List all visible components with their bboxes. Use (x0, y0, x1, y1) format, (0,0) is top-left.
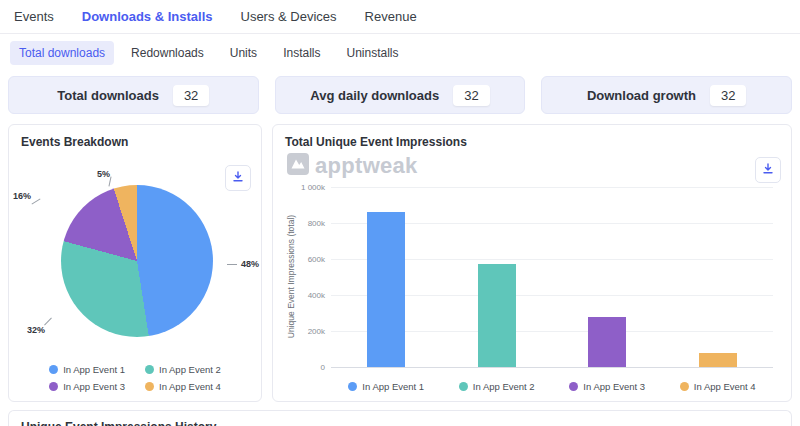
charts-row: Events Breakdown 48% 32% 16% 5% In App E… (8, 124, 792, 402)
pie-leader-line (227, 264, 237, 265)
stat-card-total-downloads: Total downloads 32 (8, 76, 259, 114)
legend-label: In App Event 2 (159, 364, 221, 375)
legend-item[interactable]: In App Event 2 (459, 381, 535, 392)
download-chart-button[interactable] (225, 165, 251, 191)
y-tick-label: 0 (283, 363, 325, 372)
watermark-text: apptweak (315, 153, 418, 179)
pie-leader-line (44, 318, 52, 326)
pie-legend-dot (49, 365, 58, 374)
subtab-redownloads[interactable]: Redownloads (122, 41, 213, 65)
bar-legend-dot (348, 382, 357, 391)
pie-slice-label: 48% (241, 259, 259, 269)
nav-tab-events[interactable]: Events (14, 9, 54, 24)
subtab-uninstalls[interactable]: Uninstalls (337, 41, 407, 65)
legend-item[interactable]: In App Event 4 (145, 381, 221, 392)
pie-legend-dot (145, 382, 154, 391)
legend-label: In App Event 2 (473, 381, 535, 392)
subtab-units[interactable]: Units (221, 41, 266, 65)
pie-chart-title: Events Breakdown (9, 125, 261, 159)
bar-legend-dot (680, 382, 689, 391)
bar (699, 353, 737, 367)
y-tick-label: 800k (283, 219, 325, 228)
top-nav: Events Downloads & Installs Users & Devi… (0, 0, 800, 34)
pie-legend-dot (145, 365, 154, 374)
bar-legend: In App Event 1 In App Event 2 In App Eve… (331, 381, 773, 392)
pie-slice-label: 5% (97, 169, 110, 179)
stat-card-avg-daily-downloads: Avg daily downloads 32 (275, 76, 526, 114)
bars-container (331, 187, 773, 367)
pie-legend: In App Event 1 In App Event 2 In App Eve… (9, 364, 261, 392)
legend-item[interactable]: In App Event 4 (680, 381, 756, 392)
legend-label: In App Event 4 (159, 381, 221, 392)
stat-label: Avg daily downloads (310, 88, 439, 103)
legend-label: In App Event 4 (694, 381, 756, 392)
stat-cards-row: Total downloads 32 Avg daily downloads 3… (0, 72, 800, 116)
download-icon (762, 163, 774, 178)
subtab-installs[interactable]: Installs (274, 41, 329, 65)
bar (478, 264, 516, 368)
apptweak-watermark: apptweak (287, 153, 418, 179)
nav-tab-downloads-installs[interactable]: Downloads & Installs (82, 9, 213, 24)
stat-value: 32 (173, 85, 209, 106)
subtabs: Total downloads Redownloads Units Instal… (0, 34, 800, 72)
impressions-history-panel: Unique Event Impressions History (8, 410, 792, 426)
legend-item[interactable]: In App Event 2 (145, 364, 221, 375)
pie-legend-dot (49, 382, 58, 391)
pie-slice-label: 32% (27, 325, 45, 335)
stat-label: Download growth (587, 88, 696, 103)
unique-impressions-panel: Total Unique Event Impressions apptweak … (272, 124, 792, 402)
pie-chart (61, 185, 213, 337)
legend-label: In App Event 1 (362, 381, 424, 392)
apptweak-logo-icon (287, 153, 309, 179)
legend-item[interactable]: In App Event 3 (569, 381, 645, 392)
legend-label: In App Event 3 (63, 381, 125, 392)
history-panel-title: Unique Event Impressions History (9, 411, 791, 426)
pie-leader-line (31, 198, 40, 204)
stat-value: 32 (453, 85, 489, 106)
y-tick-label: 1 000k (283, 183, 325, 192)
stat-label: Total downloads (57, 88, 159, 103)
y-tick-label: 200k (283, 327, 325, 336)
y-tick-label: 400k (283, 291, 325, 300)
pie-slice-label: 16% (13, 191, 31, 201)
bar-legend-dot (569, 382, 578, 391)
events-breakdown-panel: Events Breakdown 48% 32% 16% 5% In App E… (8, 124, 262, 402)
subtab-total-downloads[interactable]: Total downloads (10, 41, 114, 65)
legend-item[interactable]: In App Event 1 (348, 381, 424, 392)
bar-plot-area: 1 000k 800k 600k 400k 200k 0 (331, 187, 773, 368)
nav-tab-users-devices[interactable]: Users & Devices (241, 9, 337, 24)
bar-legend-dot (459, 382, 468, 391)
download-chart-button[interactable] (755, 157, 781, 183)
bar (588, 317, 626, 367)
y-axis-title: Unique Event Impressions (total) (286, 192, 297, 362)
nav-tab-revenue[interactable]: Revenue (365, 9, 417, 24)
stat-value: 32 (710, 85, 746, 106)
legend-label: In App Event 3 (583, 381, 645, 392)
stat-card-download-growth: Download growth 32 (541, 76, 792, 114)
bar (367, 212, 405, 367)
legend-item[interactable]: In App Event 1 (49, 364, 125, 375)
legend-label: In App Event 1 (63, 364, 125, 375)
y-tick-label: 600k (283, 255, 325, 264)
download-icon (232, 171, 244, 186)
legend-item[interactable]: In App Event 3 (49, 381, 125, 392)
